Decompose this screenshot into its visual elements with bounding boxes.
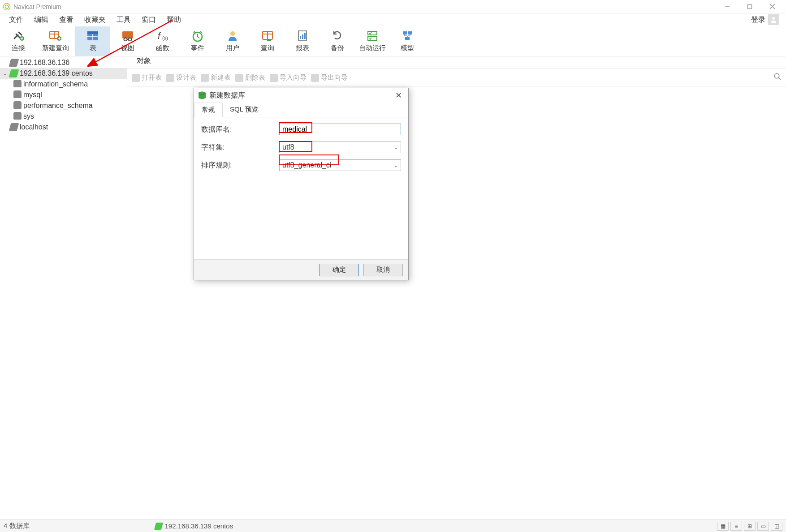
subtool-delete-table[interactable]: 删除表	[235, 73, 265, 82]
view-icon	[121, 30, 135, 42]
toolbar-view[interactable]: 视图	[110, 26, 145, 56]
menu-tools[interactable]: 工具	[111, 14, 136, 26]
tree-label: 192.168.36.139 centos	[20, 69, 93, 77]
view-list-button[interactable]: ≡	[730, 522, 742, 531]
database-icon	[13, 103, 22, 109]
toolbar-label: 函数	[156, 44, 169, 52]
svg-rect-13	[87, 31, 98, 34]
tree-db-performance-schema[interactable]: performance_schema	[0, 100, 127, 111]
avatar[interactable]	[768, 14, 779, 25]
svg-point-6	[772, 17, 775, 20]
svg-rect-28	[300, 36, 301, 39]
tree-db-information-schema[interactable]: information_schema	[0, 79, 127, 90]
toolbar-user[interactable]: 用户	[215, 26, 250, 56]
svg-text:f: f	[158, 31, 161, 41]
tree-label: mysql	[23, 91, 42, 99]
toolbar-connect[interactable]: 连接	[1, 26, 36, 56]
toolbar-label: 备份	[331, 44, 344, 52]
tree-label: information_schema	[23, 80, 88, 88]
toolbar-report[interactable]: 报表	[285, 26, 320, 56]
subtool-import[interactable]: 导入向导	[270, 73, 307, 82]
tree-conn-localhost[interactable]: localhost	[0, 122, 127, 133]
delete-table-icon	[235, 74, 243, 82]
toolbar-event[interactable]: 事件	[180, 26, 215, 56]
toolbar-backup[interactable]: 备份	[320, 26, 355, 56]
database-icon	[198, 91, 207, 99]
schedule-icon	[365, 30, 380, 42]
subtool-open-table[interactable]: 打开表	[132, 73, 162, 82]
search-icon[interactable]	[773, 73, 782, 83]
report-icon	[295, 30, 310, 42]
menu-edit[interactable]: 编辑	[29, 14, 54, 26]
toolbar-label: 查询	[261, 44, 274, 52]
connection-tree[interactable]: 192.168.36.136 ⌄ 192.168.36.139 centos i…	[0, 56, 127, 519]
connection-icon	[9, 59, 19, 67]
label-collation: 排序规则:	[201, 161, 279, 170]
user-icon	[225, 30, 240, 42]
toolbar-function[interactable]: f(x) 函数	[145, 26, 180, 56]
svg-point-0	[4, 3, 10, 10]
tree-conn-139[interactable]: ⌄ 192.168.36.139 centos	[0, 68, 127, 79]
minimize-button[interactable]	[716, 0, 738, 13]
ok-button[interactable]: 确定	[320, 264, 359, 276]
input-db-name[interactable]	[279, 124, 401, 135]
toolbar-label: 连接	[12, 44, 25, 52]
app-title: Navicat Premium	[13, 3, 61, 10]
newquery-icon	[48, 30, 63, 42]
toolbar-autorun[interactable]: 自动运行	[355, 26, 390, 56]
cancel-button[interactable]: 取消	[363, 264, 403, 276]
svg-rect-35	[405, 37, 410, 40]
svg-rect-30	[304, 33, 306, 39]
svg-point-36	[774, 73, 779, 78]
maximize-button[interactable]	[738, 0, 761, 13]
select-charset[interactable]: utf8 ⌄	[279, 142, 401, 153]
select-collation[interactable]: utf8_general_ci ⌄	[279, 159, 401, 171]
chevron-down-icon: ⌄	[393, 144, 398, 150]
database-icon	[13, 81, 22, 87]
connection-icon	[154, 523, 163, 530]
toolbar-table[interactable]: 表	[75, 26, 110, 56]
export-icon	[311, 74, 319, 82]
new-table-icon	[201, 74, 209, 82]
svg-point-1	[5, 5, 9, 9]
subtool-design-table[interactable]: 设计表	[166, 73, 196, 82]
menu-favorites[interactable]: 收藏夹	[79, 14, 111, 26]
login-link[interactable]: 登录	[751, 15, 765, 25]
toolbar-new-query[interactable]: 新建查询	[38, 26, 73, 56]
svg-rect-16	[122, 31, 133, 39]
dialog-tab-general[interactable]: 常规	[194, 103, 223, 117]
menu-view[interactable]: 查看	[54, 14, 79, 26]
tab-objects[interactable]: 对象	[130, 54, 158, 69]
view-detail-button[interactable]: ⊞	[744, 522, 756, 531]
view-split-button[interactable]: ◫	[771, 522, 782, 531]
tree-db-sys[interactable]: sys	[0, 111, 127, 122]
status-db-count: 4 数据库	[4, 522, 30, 530]
label-db-name: 数据库名:	[201, 125, 279, 134]
tree-conn-136[interactable]: 192.168.36.136	[0, 57, 127, 68]
toolbar-model[interactable]: 模型	[390, 26, 425, 56]
connection-icon	[9, 69, 19, 77]
design-table-icon	[166, 74, 174, 82]
status-bar: 4 数据库 192.168.36.139 centos ▦ ≡ ⊞ ▭ ◫	[0, 519, 786, 532]
select-collation-value: utf8_general_ci	[282, 161, 331, 169]
sub-toolbar: 打开表 设计表 新建表 删除表 导入向导 导出向导	[127, 69, 786, 87]
close-button[interactable]	[761, 0, 783, 13]
subtool-export[interactable]: 导出向导	[311, 73, 348, 82]
database-icon	[13, 92, 22, 98]
menu-help[interactable]: 帮助	[161, 14, 186, 26]
view-grid-button[interactable]: ▦	[717, 522, 729, 531]
subtool-new-table[interactable]: 新建表	[201, 73, 231, 82]
chevron-down-icon[interactable]: ⌄	[2, 70, 8, 77]
tree-db-mysql[interactable]: mysql	[0, 90, 127, 100]
menu-file[interactable]: 文件	[4, 14, 29, 26]
svg-rect-3	[748, 4, 752, 9]
view-panel-button[interactable]: ▭	[757, 522, 769, 531]
function-icon: f(x)	[155, 30, 170, 42]
new-database-dialog: 新建数据库 ✕ 常规 SQL 预览 数据库名: 字符集: utf8 ⌄ 排序规则…	[194, 88, 409, 280]
toolbar-query[interactable]: 查询	[250, 26, 285, 56]
toolbar-label: 用户	[226, 44, 239, 52]
dialog-close-button[interactable]: ✕	[392, 90, 405, 100]
query-icon	[260, 30, 275, 42]
menu-window[interactable]: 窗口	[136, 14, 161, 26]
dialog-tab-sql-preview[interactable]: SQL 预览	[223, 103, 266, 117]
